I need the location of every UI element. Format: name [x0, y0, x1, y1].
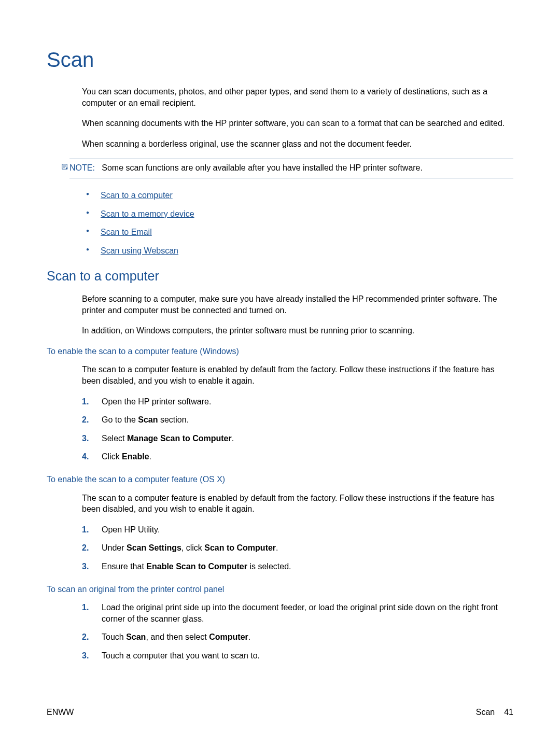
list-item: Scan to a computer — [86, 190, 513, 201]
step-item: 4.Click Enable. — [82, 451, 513, 462]
step-text: Touch a computer that you want to scan t… — [102, 651, 260, 660]
step-number: 3. — [82, 650, 89, 662]
note-callout: NOTE: Some scan functions are only avail… — [69, 159, 513, 178]
step-number: 4. — [82, 451, 89, 462]
intro-paragraph: You can scan documents, photos, and othe… — [82, 86, 513, 108]
step-text: Select — [102, 434, 127, 443]
step-text: Click — [102, 452, 122, 461]
step-item: 3.Ensure that Enable Scan to Computer is… — [82, 561, 513, 572]
topic-link-list: Scan to a computer Scan to a memory devi… — [86, 190, 513, 256]
step-text: , click — [181, 543, 204, 552]
footer-section-label: Scan — [476, 707, 495, 718]
page-title: Scan — [47, 46, 513, 74]
step-number: 2. — [82, 631, 89, 643]
step-list: 1.Open HP Utility. 2.Under Scan Settings… — [82, 524, 513, 572]
intro-paragraph: When scanning a borderless original, use… — [82, 138, 513, 150]
subsection-heading: To enable the scan to a computer feature… — [47, 346, 513, 357]
step-item: 1.Open HP Utility. — [82, 524, 513, 536]
step-text: , and then select — [146, 632, 209, 641]
link-scan-to-email[interactable]: Scan to Email — [101, 228, 152, 236]
step-bold: Enable Scan to Computer — [146, 562, 247, 571]
step-bold: Enable — [122, 452, 149, 461]
step-bold: Scan — [126, 632, 146, 641]
step-number: 1. — [82, 524, 89, 536]
step-list: 1.Load the original print side up into t… — [82, 602, 513, 661]
step-bold: Scan to Computer — [204, 543, 276, 552]
step-item: 3.Select Manage Scan to Computer. — [82, 433, 513, 444]
step-text: Open the HP printer software. — [102, 397, 211, 406]
footer-left: ENWW — [47, 707, 74, 718]
step-text: . — [276, 543, 278, 552]
step-text: . — [232, 434, 234, 443]
step-bold: Scan — [138, 415, 158, 424]
list-item: Scan to a memory device — [86, 208, 513, 220]
step-number: 3. — [82, 561, 89, 572]
step-item: 3.Touch a computer that you want to scan… — [82, 650, 513, 662]
note-label: NOTE: — [69, 163, 95, 172]
link-scan-to-memory[interactable]: Scan to a memory device — [101, 209, 194, 218]
subsection-paragraph: The scan to a computer feature is enable… — [82, 364, 513, 386]
step-list: 1.Open the HP printer software. 2.Go to … — [82, 396, 513, 462]
note-icon — [61, 162, 69, 170]
step-item: 2.Go to the Scan section. — [82, 414, 513, 426]
step-number: 1. — [82, 602, 89, 613]
step-text: . — [149, 452, 151, 461]
step-text: Touch — [102, 632, 126, 641]
subsection-heading: To scan an original from the printer con… — [47, 584, 513, 595]
link-scan-webscan[interactable]: Scan using Webscan — [101, 246, 178, 255]
intro-paragraph: When scanning documents with the HP prin… — [82, 118, 513, 129]
step-text: Load the original print side up into the… — [102, 603, 498, 623]
section-paragraph: In addition, on Windows computers, the p… — [82, 325, 513, 336]
step-bold: Scan Settings — [127, 543, 181, 552]
step-item: 2.Under Scan Settings, click Scan to Com… — [82, 542, 513, 554]
list-item: Scan to Email — [86, 227, 513, 238]
page-footer: ENWW Scan 41 — [47, 707, 513, 718]
step-text: . — [248, 632, 250, 641]
step-bold: Manage Scan to Computer — [127, 434, 232, 443]
step-text: Go to the — [102, 415, 138, 424]
step-text: Ensure that — [102, 562, 146, 571]
footer-page-number: 41 — [504, 707, 513, 718]
step-item: 2.Touch Scan, and then select Computer. — [82, 631, 513, 643]
subsection-heading: To enable the scan to a computer feature… — [47, 474, 513, 485]
step-item: 1.Open the HP printer software. — [82, 396, 513, 407]
step-text: is selected. — [247, 562, 291, 571]
step-number: 3. — [82, 433, 89, 444]
subsection-paragraph: The scan to a computer feature is enable… — [82, 493, 513, 515]
step-text: Open HP Utility. — [102, 525, 160, 534]
link-scan-to-computer[interactable]: Scan to a computer — [101, 191, 173, 200]
step-bold: Computer — [209, 632, 248, 641]
step-text: Under — [102, 543, 127, 552]
list-item: Scan using Webscan — [86, 245, 513, 257]
step-item: 1.Load the original print side up into t… — [82, 602, 513, 624]
step-text: section. — [158, 415, 189, 424]
section-paragraph: Before scanning to a computer, make sure… — [82, 293, 513, 316]
step-number: 1. — [82, 396, 89, 407]
step-number: 2. — [82, 414, 89, 426]
section-heading: Scan to a computer — [47, 268, 513, 285]
step-number: 2. — [82, 542, 89, 554]
note-text: Some scan functions are only available a… — [102, 163, 423, 172]
